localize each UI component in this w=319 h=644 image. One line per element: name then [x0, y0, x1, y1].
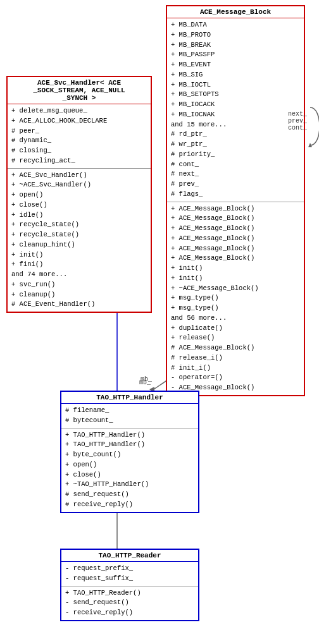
tao-http-reader-box: TAO_HTTP_Reader - request_prefix_ - requ… [60, 549, 199, 621]
ace-svc-handler-attr-list: + delete_msg_queue_ + ACE_ALLOC_HOOK_DEC… [11, 106, 147, 166]
ace-svc-handler-box: ACE_Svc_Handler< ACE_SOCK_STREAM, ACE_NU… [6, 76, 152, 313]
ace-message-block-attr-list: + MB_DATA + MB_PROTO + MB_BREAK + MB_PAS… [171, 20, 300, 200]
tao-http-reader-methods: + TAO_HTTP_Reader() - send_request() - r… [61, 586, 198, 620]
ace-svc-handler-title: ACE_Svc_Handler< ACE_SOCK_STREAM, ACE_NU… [8, 77, 151, 104]
svg-marker-0 [308, 143, 312, 147]
tao-http-reader-attributes: - request_prefix_ - request_suffix_ [61, 562, 198, 586]
ace-message-block-methods: + ACE_Message_Block() + ACE_Message_Bloc… [167, 202, 304, 395]
mb-label-text: mb_ [139, 379, 151, 386]
diagram-container: ACE_Message_Block + MB_DATA + MB_PROTO +… [0, 0, 319, 644]
ace-svc-handler-methods: + ACE_Svc_Handler() + ~ACE_Svc_Handler()… [8, 169, 151, 312]
tao-http-reader-title: TAO_HTTP_Reader [61, 550, 198, 562]
tao-http-handler-attr-list: # filename_ # bytecount_ [65, 406, 194, 426]
ace-message-block-attributes: + MB_DATA + MB_PROTO + MB_BREAK + MB_PAS… [167, 18, 304, 202]
ace-message-block-method-list: + ACE_Message_Block() + ACE_Message_Bloc… [171, 204, 300, 393]
tao-http-reader-method-list: + TAO_HTTP_Reader() - send_request() - r… [65, 588, 194, 618]
ace-svc-handler-method-list: + ACE_Svc_Handler() + ~ACE_Svc_Handler()… [11, 171, 147, 310]
tao-http-handler-title: TAO_HTTP_Handler [61, 392, 198, 404]
ace-message-block-box: ACE_Message_Block + MB_DATA + MB_PROTO +… [166, 5, 305, 396]
tao-http-handler-methods: + TAO_HTTP_Handler() + TAO_HTTP_Handler(… [61, 428, 198, 512]
tao-http-handler-attributes: # filename_ # bytecount_ [61, 404, 198, 428]
next-prev-cont-label: next_prev_cont_ [288, 111, 307, 131]
tao-http-reader-attr-list: - request_prefix_ - request_suffix_ [65, 564, 194, 584]
tao-http-handler-method-list: + TAO_HTTP_Handler() + TAO_HTTP_Handler(… [65, 430, 194, 510]
ace-svc-handler-attributes: + delete_msg_queue_ + ACE_ALLOC_HOOK_DEC… [8, 104, 151, 169]
tao-http-handler-box: TAO_HTTP_Handler # filename_ # bytecount… [60, 391, 199, 513]
ace-message-block-title: ACE_Message_Block [167, 6, 304, 18]
